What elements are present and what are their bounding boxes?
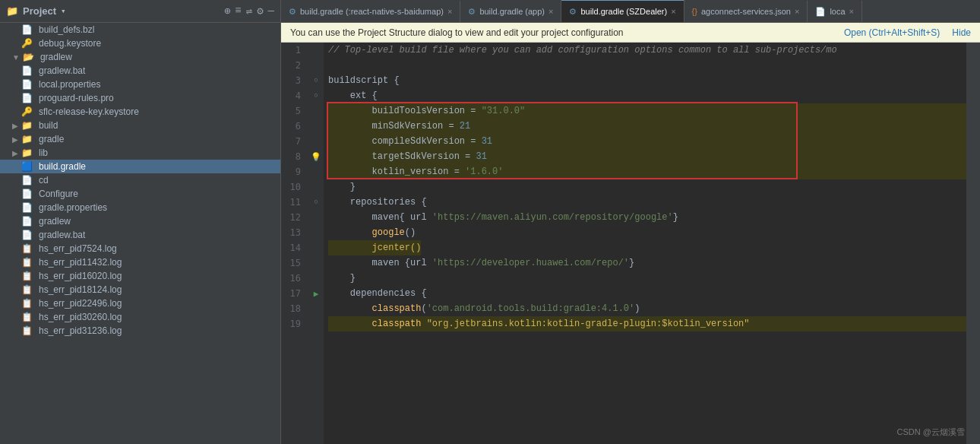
sidebar-item-label: gradle [39,134,64,144]
folder-icon: 📁 [21,120,33,131]
sidebar-item-hs_err_pid11432.log[interactable]: 📋hs_err_pid11432.log [0,255,280,269]
open-project-structure-link[interactable]: Open (Ctrl+Alt+Shift+S) [844,27,940,38]
sidebar-item-build[interactable]: ▶📁build [0,119,280,132]
sidebar-item-hs_err_pid7524.log[interactable]: 📋hs_err_pid7524.log [0,242,280,255]
sidebar-header: 📁 Project ▾ ⊕ ≡ ⇌ ⚙ — [0,0,280,23]
gutter-cell-19 [308,316,324,331]
sidebar-item-gradlew[interactable]: ▼📂gradlew [0,50,280,64]
tab-loca[interactable]: 📄loca× [808,1,862,22]
sidebar-item-build.gradle[interactable]: 🟦build.gradle [0,160,280,173]
collapse-all-icon[interactable]: ≡ [235,5,241,17]
code-line-8: targetSdkVersion = 31 [328,149,966,164]
sidebar-item-gradlew.bat[interactable]: 📄gradlew.bat [0,228,280,242]
file-icon: 📋 [21,243,33,254]
gutter-cell-6 [308,119,324,134]
file-icon: 📄 [21,230,33,240]
sidebar-item-label: build_defs.bzl [39,24,94,35]
sidebar-item-label: hs_err_pid30260.log [39,312,122,322]
sidebar-item-gradle.properties[interactable]: 📄gradle.properties [0,201,280,214]
sidebar-item-label: debug.keystore [39,38,101,49]
tab-label: build.gradle (app) [479,7,545,16]
sidebar-item-hs_err_pid18124.log[interactable]: 📋hs_err_pid18124.log [0,283,280,297]
gutter-cell-9 [308,164,324,179]
project-folder-icon: 📁 [6,5,18,17]
sidebar-item-label: cd [39,175,49,186]
tab-label: loca [830,7,845,16]
sidebar-tree: 📄build_defs.bzl🔑debug.keystore▼📂gradlew📄… [0,23,280,338]
file-icon: 🔑 [21,106,33,117]
gutter-cell-14 [308,240,324,255]
code-line-13: google() [328,225,966,240]
code-line-3: buildscript { [328,73,966,88]
line-number-9: 9 [281,164,304,179]
tab-build.gradle(szdeale[interactable]: ⚙build.gradle (SZDealer)× [561,0,684,22]
gutter-cell-13 [308,225,324,240]
folder-arrow-icon: ▶ [12,149,18,157]
sidebar-item-label: gradlew [40,52,72,62]
code-line-14: jcenter() [328,240,966,255]
file-icon: 📋 [21,271,33,281]
sidebar-item-gradle[interactable]: ▶📁gradle [0,132,280,146]
sidebar-item-configure[interactable]: 📄Configure [0,187,280,201]
tab-build.gradle(app)[interactable]: ⚙build.gradle (app)× [460,1,561,22]
settings-icon[interactable]: ⚙ [257,5,263,17]
sidebar-item-proguard-rules.pro[interactable]: 📄proguard-rules.pro [0,91,280,105]
code-line-17: dependencies { [328,286,966,301]
folder-arrow-icon: ▶ [12,122,18,130]
watermark: CSDN @云烟溪雪 [897,427,965,438]
line-number-7: 7 [281,134,304,149]
line-number-10: 10 [281,179,304,195]
tab-close-button[interactable]: × [671,7,675,16]
run-icon[interactable]: ▶ [314,289,319,299]
sidebar-item-sflc-release-key.keystore[interactable]: 🔑sflc-release-key.keystore [0,105,280,119]
sidebar-item-hs_err_pid30260.log[interactable]: 📋hs_err_pid30260.log [0,310,280,324]
sidebar-item-gradlew.bat[interactable]: 📄gradlew.bat [0,64,280,78]
sidebar-item-hs_err_pid16020.log[interactable]: 📋hs_err_pid16020.log [0,269,280,283]
fold-icon[interactable]: ○ [314,77,318,84]
code-line-4: ext { [328,88,966,103]
tab-close-button[interactable]: × [447,7,452,16]
code-line-5: buildToolsVersion = "31.0.0" [328,103,966,119]
expand-icon[interactable]: ⇌ [246,5,252,17]
sidebar-item-cd[interactable]: 📄cd [0,173,280,187]
gutter-cell-10 [308,179,324,195]
right-scrollbar[interactable] [966,43,980,444]
sidebar-item-gradlew[interactable]: 📄gradlew [0,214,280,228]
tab-agconnect-services.j[interactable]: {}agconnect-services.json× [684,1,808,22]
code-line-19: classpath "org.jetbrains.kotlin:kotlin-g… [328,316,966,331]
sidebar-item-local.properties[interactable]: 📄local.properties [0,78,280,91]
sidebar-dropdown-arrow[interactable]: ▾ [61,6,66,16]
gutter-cell-11: ○ [308,195,324,210]
sidebar-item-debug.keystore[interactable]: 🔑debug.keystore [0,36,280,50]
sync-icon[interactable]: ⊕ [224,5,230,17]
bulb-icon[interactable]: 💡 [311,152,321,162]
gutter-cell-2 [308,58,324,73]
sidebar-item-label: local.properties [39,79,100,90]
hide-info-bar-link[interactable]: Hide [952,27,971,38]
sidebar-item-label: gradlew.bat [39,65,85,76]
line-number-11: 11 [281,195,304,210]
sidebar-item-hs_err_pid22496.log[interactable]: 📋hs_err_pid22496.log [0,297,280,310]
folder-arrow-icon: ▼ [12,53,20,62]
tab-close-button[interactable]: × [795,7,799,16]
sidebar-item-lib[interactable]: ▶📁lib [0,146,280,160]
file-icon: 📄 [21,175,33,186]
tab-close-button[interactable]: × [849,7,854,16]
line-numbers: 12345678910111213141516171819 [281,43,308,444]
sidebar-item-hs_err_pid31236.log[interactable]: 📋hs_err_pid31236.log [0,324,280,338]
tab-build.gradle(:react-[interactable]: ⚙build.gradle (:react-native-s-baidumap)… [281,1,460,22]
sidebar-item-label: gradlew.bat [39,230,85,240]
tab-bar: ⚙build.gradle (:react-native-s-baidumap)… [281,0,980,23]
sidebar-item-build_defs.bzl[interactable]: 📄build_defs.bzl [0,23,280,36]
close-sidebar-icon[interactable]: — [268,5,274,17]
sidebar-item-label: hs_err_pid18124.log [39,284,122,295]
gutter-cell-3: ○ [308,73,324,88]
line-number-17: 17 [281,286,304,301]
file-icon: 📋 [21,284,33,295]
sidebar-item-label: lib [39,147,48,158]
sidebar-item-label: sflc-release-key.keystore [39,106,139,117]
fold-icon[interactable]: ○ [314,92,318,100]
tab-icon: {} [692,7,697,16]
fold-icon[interactable]: ○ [314,198,318,206]
tab-close-button[interactable]: × [548,7,553,16]
